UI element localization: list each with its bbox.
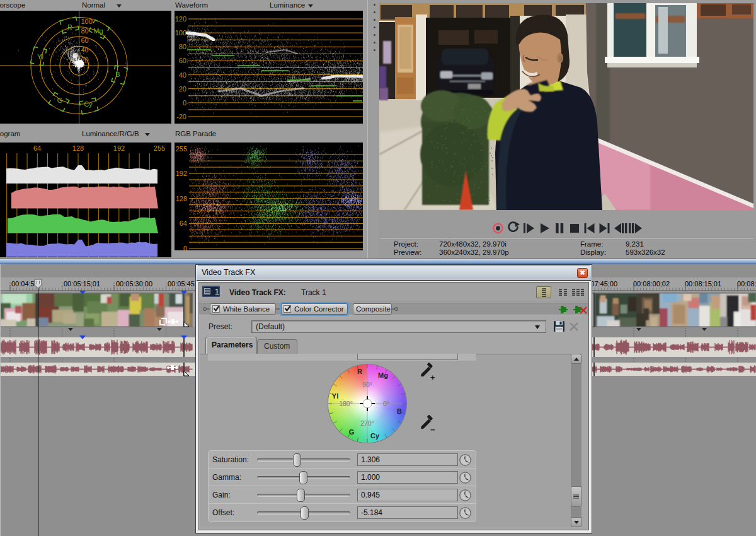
svg-text:R: R (357, 368, 362, 375)
svg-text:90°: 90° (362, 381, 372, 388)
svg-text:270°: 270° (360, 419, 374, 427)
svg-text:Mg: Mg (378, 371, 388, 379)
svg-text:+: + (430, 373, 435, 382)
svg-text:−: − (430, 425, 435, 434)
svg-text:1: 1 (215, 288, 219, 296)
svg-text:Yl: Yl (332, 392, 338, 400)
svg-text:G: G (349, 428, 355, 436)
svg-text:B: B (397, 407, 402, 415)
svg-text:0°: 0° (383, 400, 389, 407)
svg-text:180°: 180° (339, 400, 353, 407)
svg-text:Cy: Cy (370, 432, 380, 440)
